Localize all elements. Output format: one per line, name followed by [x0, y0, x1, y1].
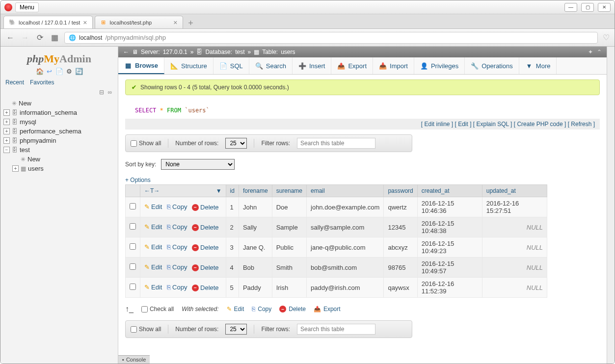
recent-link[interactable]: Recent — [5, 79, 24, 86]
tree-db-test[interactable]: −🗄test — [3, 145, 115, 155]
edit-inline-link[interactable]: Edit inline — [424, 121, 450, 128]
refresh-link[interactable]: Refresh — [571, 121, 591, 128]
tab-insert[interactable]: ➕Insert — [293, 57, 332, 74]
row-checkbox[interactable] — [130, 243, 136, 250]
tree-new[interactable]: ✳New — [3, 99, 115, 108]
col-password[interactable]: password — [384, 185, 417, 197]
breadcrumb-server[interactable]: 127.0.0.1 — [163, 49, 187, 55]
row-copy[interactable]: ⎘Copy — [167, 223, 187, 231]
collapse-icon[interactable]: − — [3, 147, 10, 153]
logout-icon[interactable]: ↩ — [46, 67, 53, 75]
reload-icon[interactable]: 🔄 — [75, 67, 83, 75]
breadcrumb-db[interactable]: test — [235, 49, 244, 55]
bulk-copy[interactable]: ⎘Copy — [252, 306, 271, 312]
tree-db[interactable]: +🗄performance_schema — [3, 127, 115, 136]
filter-input[interactable] — [297, 138, 375, 149]
row-copy[interactable]: ⎘Copy — [167, 203, 187, 210]
collapse-icon[interactable]: ⊟ — [99, 89, 105, 96]
explain-link[interactable]: Explain SQL — [477, 121, 509, 128]
edit-link[interactable]: Edit — [458, 121, 468, 128]
row-checkbox[interactable] — [130, 223, 136, 230]
minimize-button[interactable]: — — [564, 3, 577, 12]
row-delete[interactable]: −Delete — [192, 264, 219, 271]
browser-tab-2[interactable]: ⊞ localhost/test.php × — [95, 16, 183, 28]
url-input[interactable] — [105, 34, 593, 41]
tab-operations[interactable]: 🔧Operations — [465, 57, 519, 74]
expand-icon[interactable]: + — [3, 137, 10, 144]
row-delete[interactable]: −Delete — [192, 244, 219, 251]
row-checkbox[interactable] — [130, 203, 136, 209]
tab-export[interactable]: 📤Export — [331, 57, 373, 74]
maximize-button[interactable]: ▢ — [581, 3, 594, 12]
tab-search[interactable]: 🔍Search — [249, 57, 293, 74]
back-button[interactable]: ← — [5, 33, 15, 43]
close-button[interactable]: ✕ — [598, 3, 611, 12]
favorites-link[interactable]: Favorites — [30, 79, 54, 86]
col-id[interactable]: id — [226, 185, 239, 197]
tab-structure[interactable]: 📐Structure — [164, 57, 214, 74]
row-delete[interactable]: −Delete — [192, 284, 219, 291]
row-delete[interactable]: −Delete — [192, 224, 219, 231]
browser-tab-1[interactable]: 🐘 localhost / 127.0.0.1 / test × — [3, 16, 93, 28]
menu-button[interactable]: Menu — [15, 2, 39, 12]
breadcrumb-table[interactable]: users — [281, 49, 295, 55]
col-created-at[interactable]: created_at — [417, 185, 482, 197]
speed-dial-button[interactable]: ▦ — [50, 33, 59, 43]
tab-more[interactable]: ▼More — [519, 57, 557, 74]
settings-icon[interactable]: ⚙ — [65, 67, 73, 75]
tree-db[interactable]: +🗄information_schema — [3, 108, 115, 117]
row-checkbox[interactable] — [130, 263, 136, 270]
row-copy[interactable]: ⎘Copy — [167, 284, 187, 291]
show-all-checkbox-bottom[interactable]: Show all — [131, 326, 161, 333]
row-edit[interactable]: ✎Edit — [144, 243, 162, 251]
bulk-edit[interactable]: ✎Edit — [227, 306, 244, 312]
expand-icon[interactable]: + — [3, 128, 10, 134]
tab-sql[interactable]: 📄SQL — [214, 57, 249, 74]
link-icon[interactable]: ∞ — [107, 89, 113, 96]
col-email[interactable]: email — [307, 185, 384, 197]
create-php-link[interactable]: Create PHP code — [517, 121, 562, 128]
sort-key-select[interactable]: None — [161, 159, 235, 170]
expand-icon[interactable]: + — [12, 165, 19, 172]
expand-icon[interactable]: + — [3, 109, 10, 116]
tree-db[interactable]: +🗄mysql — [3, 117, 115, 127]
tab-browse[interactable]: ▦Browse — [118, 57, 164, 74]
scrollbar[interactable] — [607, 47, 615, 364]
tab-import[interactable]: 📥Import — [373, 57, 414, 74]
check-all[interactable]: Check all — [141, 306, 174, 312]
row-edit[interactable]: ✎Edit — [144, 263, 162, 271]
col-forename[interactable]: forename — [239, 185, 272, 197]
col-surename[interactable]: surename — [272, 185, 306, 197]
row-edit[interactable]: ✎Edit — [144, 203, 162, 210]
url-field[interactable]: 🌐 localhost — [64, 32, 598, 44]
bulk-export[interactable]: 📤Export — [314, 306, 341, 312]
num-rows-select[interactable]: 25 — [225, 138, 247, 149]
row-edit[interactable]: ✎Edit — [144, 284, 162, 291]
num-rows-select-bottom[interactable]: 25 — [225, 324, 247, 335]
tab-privileges[interactable]: 👤Privileges — [414, 57, 465, 74]
row-delete[interactable]: −Delete — [192, 204, 219, 211]
docs-icon[interactable]: 📄 — [55, 67, 63, 75]
forward-button[interactable]: → — [20, 33, 30, 43]
bulk-delete[interactable]: −Delete — [279, 306, 306, 312]
row-edit[interactable]: ✎Edit — [144, 223, 162, 231]
reload-button[interactable]: ⟳ — [35, 33, 45, 43]
options-toggle[interactable]: + Options — [125, 177, 600, 183]
tab-close-icon[interactable]: × — [173, 19, 177, 26]
filter-input-bottom[interactable] — [297, 324, 375, 335]
show-all-checkbox[interactable]: Show all — [131, 140, 161, 147]
expand-icon[interactable]: + — [3, 119, 10, 125]
home-icon[interactable]: 🏠 — [36, 67, 44, 75]
row-checkbox[interactable] — [130, 284, 136, 290]
new-tab-button[interactable]: + — [185, 18, 197, 28]
row-copy[interactable]: ⎘Copy — [167, 243, 187, 251]
bookmark-button[interactable]: ♡ — [603, 33, 610, 42]
tree-new-table[interactable]: ✳New — [3, 155, 115, 164]
collapse-panel-icon[interactable]: ⌃ — [597, 49, 602, 55]
console-bar[interactable]: ▪ Console — [118, 355, 150, 364]
tab-close-icon[interactable]: × — [83, 19, 87, 26]
gear-icon[interactable]: ✦ — [588, 49, 593, 55]
row-copy[interactable]: ⎘Copy — [167, 263, 187, 271]
tree-table-users[interactable]: +▦users — [3, 164, 115, 173]
col-updated-at[interactable]: updated_at — [482, 185, 547, 197]
